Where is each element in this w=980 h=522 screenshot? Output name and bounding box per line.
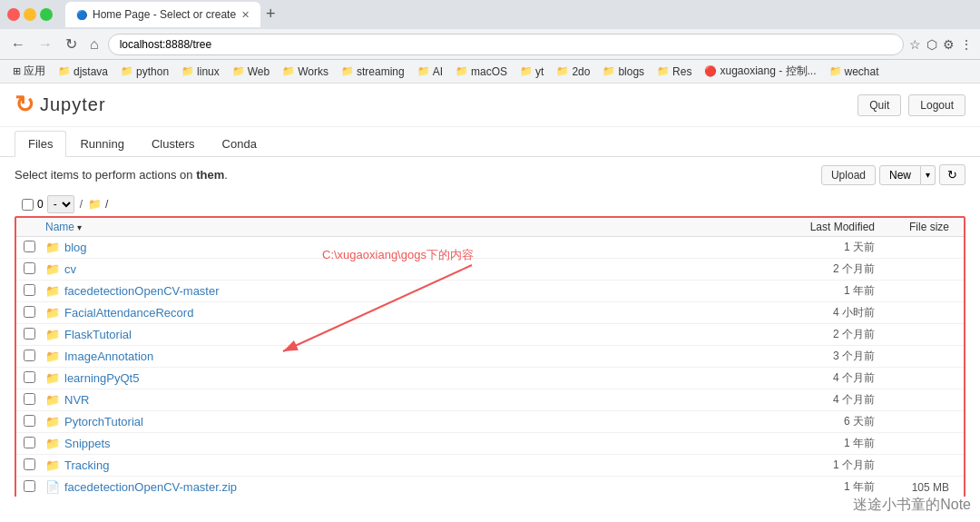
row-checkbox[interactable] (24, 371, 35, 383)
bookmark-blogs[interactable]: 📁 blogs (597, 64, 650, 80)
row-check-cell (24, 284, 45, 299)
address-bar: ← → ↻ ⌂ localhost:8888/tree ☆ ⬡ ⚙ ⋮ (0, 29, 980, 60)
bookmark-linux[interactable]: 📁 linux (176, 64, 225, 80)
bookmark-apps[interactable]: ⊞ 应用 (7, 62, 51, 81)
row-checkbox[interactable] (24, 328, 35, 340)
bookmark-macos[interactable]: 📁 macOS (450, 64, 513, 80)
file-modified: 4 个月前 (757, 392, 875, 408)
file-name-link[interactable]: ImageAnnotation (64, 350, 757, 363)
upload-button[interactable]: Upload (821, 165, 876, 185)
bookmark-label: xugaoxiang - 控制... (720, 64, 816, 79)
folder-icon: 📁 (603, 65, 615, 77)
row-checkbox[interactable] (24, 284, 35, 296)
star-icon[interactable]: ☆ (909, 37, 921, 52)
file-name-link[interactable]: facedetectionOpenCV-master (64, 284, 757, 298)
browser-tab[interactable]: 🔵 Home Page - Select or create ✕ (65, 2, 260, 27)
file-name-link[interactable]: FacialAttendanceRecord (64, 306, 757, 320)
row-checkbox[interactable] (24, 393, 35, 405)
bookmark-works[interactable]: 📁 Works (277, 64, 334, 80)
bookmark-wechat[interactable]: 📁 wechat (824, 64, 885, 80)
folder-icon: 📁 (121, 65, 133, 77)
extension-icon[interactable]: ⬡ (926, 37, 937, 52)
row-checkbox[interactable] (24, 415, 35, 427)
file-name-link[interactable]: cv (64, 262, 757, 276)
bookmark-2do[interactable]: 📁 2do (551, 64, 595, 80)
new-dropdown-button[interactable]: ▾ (921, 165, 936, 185)
file-type-icon: 📁 (45, 328, 60, 341)
bookmark-apps-label: 应用 (24, 64, 45, 79)
row-checkbox[interactable] (24, 437, 35, 448)
file-name-link[interactable]: NVR (64, 393, 757, 407)
refresh-button[interactable]: ↻ (939, 164, 965, 185)
tab-clusters[interactable]: Clusters (138, 131, 209, 156)
settings-icon[interactable]: ⚙ (943, 37, 955, 52)
row-checkbox[interactable] (24, 306, 35, 318)
file-name-link[interactable]: blog (64, 241, 757, 254)
select-text-em: them (196, 168, 224, 182)
bookmark-yt[interactable]: 📁 yt (514, 64, 549, 80)
file-modified: 1 年前 (757, 436, 875, 451)
row-checkbox[interactable] (24, 480, 35, 492)
bookmark-ai[interactable]: 📁 AI (412, 64, 448, 80)
row-checkbox[interactable] (24, 262, 35, 274)
file-modified: 4 个月前 (757, 370, 875, 386)
window-controls (7, 8, 53, 21)
quit-button[interactable]: Quit (858, 94, 901, 116)
folder-icon: 📁 (456, 65, 468, 77)
sort-icon: ▾ (77, 222, 82, 232)
row-check-cell (24, 415, 45, 429)
tab-close-button[interactable]: ✕ (241, 9, 250, 21)
menu-icon[interactable]: ⋮ (960, 37, 973, 52)
row-checkbox[interactable] (24, 241, 35, 252)
minimize-window-button[interactable] (24, 8, 36, 21)
tab-running[interactable]: Running (66, 131, 137, 156)
bookmark-res[interactable]: 📁 Res (652, 64, 697, 80)
file-modified: 1 个月前 (757, 458, 875, 473)
new-tab-button[interactable]: + (260, 3, 281, 25)
file-modified: 3 个月前 (757, 349, 875, 364)
header-modified-col: Last Modified (757, 221, 875, 233)
file-name-link[interactable]: Snippets (64, 437, 757, 450)
file-name-link[interactable]: facedetectionOpenCV-master.zip (64, 480, 757, 494)
header-name-col: Name ▾ (45, 221, 757, 233)
file-name-link[interactable]: learningPyQt5 (64, 371, 757, 385)
select-all-area: 0 - (22, 195, 74, 213)
row-check-cell (24, 262, 45, 277)
home-button[interactable]: ⌂ (86, 34, 103, 54)
maximize-window-button[interactable] (40, 8, 53, 21)
row-checkbox[interactable] (24, 458, 35, 470)
address-bar-icons: ☆ ⬡ ⚙ ⋮ (909, 37, 973, 52)
bookmark-web[interactable]: 📁 Web (227, 64, 275, 80)
bookmark-djstava[interactable]: 📁 djstava (53, 64, 113, 80)
table-row: 📄 facedetectionOpenCV-master.zip 1 年前 10… (16, 477, 964, 497)
new-button[interactable]: New (879, 165, 921, 185)
select-all-checkbox[interactable] (22, 199, 34, 211)
table-row: 📁 Tracking 1 个月前 (16, 455, 964, 477)
name-column-label[interactable]: Name (45, 221, 74, 233)
tab-conda[interactable]: Conda (209, 131, 270, 156)
bookmark-label: Works (298, 65, 328, 78)
file-type-icon: 📁 (45, 262, 60, 276)
bookmark-streaming[interactable]: 📁 streaming (336, 64, 410, 80)
close-window-button[interactable] (7, 8, 20, 21)
file-name-link[interactable]: FlaskTutorial (64, 328, 757, 341)
file-modified: 1 天前 (757, 240, 875, 255)
file-name-link[interactable]: PytorchTutorial (64, 415, 757, 428)
file-type-icon: 📁 (45, 437, 60, 450)
bookmark-label: yt (535, 65, 544, 78)
bookmark-label: python (136, 65, 169, 78)
row-checkbox[interactable] (24, 350, 35, 361)
tab-files[interactable]: Files (15, 131, 66, 157)
row-check-cell (24, 350, 45, 364)
url-input[interactable]: localhost:8888/tree (108, 34, 904, 55)
bookmark-xugaoxiang[interactable]: 🔴 xugaoxiang - 控制... (699, 62, 821, 81)
bulk-action-select[interactable]: - (47, 195, 74, 213)
bookmark-python[interactable]: 📁 python (115, 64, 174, 80)
back-button[interactable]: ← (7, 34, 29, 54)
logout-button[interactable]: Logout (908, 94, 965, 116)
reload-button[interactable]: ↻ (62, 34, 81, 54)
file-type-icon: 📁 (45, 415, 60, 428)
file-name-link[interactable]: Tracking (64, 458, 757, 472)
folder-icon: 📁 (232, 65, 245, 77)
forward-button[interactable]: → (34, 34, 56, 54)
